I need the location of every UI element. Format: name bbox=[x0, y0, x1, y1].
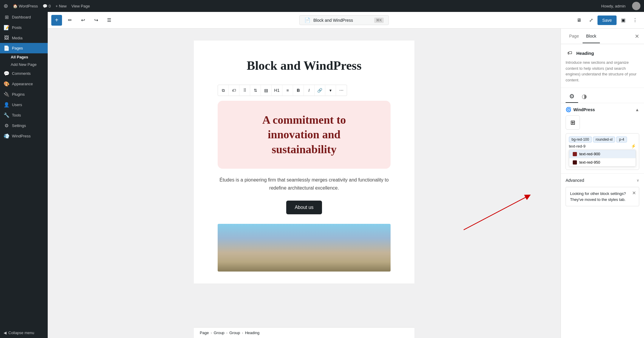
sidebar-label-dashboard: Dashboard bbox=[12, 15, 31, 19]
tab-block[interactable]: Block bbox=[583, 30, 600, 43]
suggestion-text-red-900[interactable]: text-red-900 bbox=[569, 150, 636, 158]
breadcrumb-arrow-2: › bbox=[226, 331, 227, 335]
breadcrumb-page[interactable]: Page bbox=[200, 331, 209, 335]
windpress-collapse-button[interactable]: ▲ bbox=[635, 107, 639, 112]
link-button[interactable]: 🔗 bbox=[315, 85, 325, 96]
list-icon: ☰ bbox=[107, 17, 111, 23]
align-button[interactable]: ▤ bbox=[261, 85, 272, 96]
copy-icon: ⧉ bbox=[222, 88, 225, 93]
sidebar-label-pages: Pages bbox=[12, 46, 23, 50]
sidebar-label-comments: Comments bbox=[12, 71, 31, 76]
color-swatch-950 bbox=[573, 160, 577, 165]
breadcrumb-group2[interactable]: Group bbox=[229, 331, 240, 335]
undo-button[interactable]: ↩ bbox=[78, 15, 88, 26]
page-title[interactable]: Block and WindPress bbox=[218, 58, 391, 73]
document-icon: 📄 bbox=[304, 17, 310, 23]
desktop-icon: 🖥 bbox=[577, 18, 581, 23]
styles-tab[interactable]: ◑ bbox=[578, 90, 590, 103]
sidebar-item-tools[interactable]: 🔧 Tools bbox=[0, 110, 48, 120]
advanced-header[interactable]: Advanced ∨ bbox=[561, 174, 644, 187]
link-icon: 🔗 bbox=[317, 88, 322, 93]
block-menu-button[interactable]: ⋯ bbox=[336, 85, 347, 96]
more-options-button[interactable]: ⋮ bbox=[630, 15, 640, 26]
list-view-button[interactable]: ☰ bbox=[104, 15, 114, 26]
more-block-options[interactable]: ▾ bbox=[325, 85, 336, 96]
sidebar: ⊞ Dashboard 📝 Posts 🖼 Media 📄 Pages All … bbox=[0, 12, 48, 338]
settings-tab[interactable]: ⚙ bbox=[566, 90, 578, 103]
sidebar-item-comments[interactable]: 💬 Comments bbox=[0, 68, 48, 79]
desktop-preview-button[interactable]: 🖥 bbox=[574, 15, 584, 26]
edit-mode-button[interactable]: ✏ bbox=[64, 15, 75, 26]
block-type-button[interactable]: 🏷 bbox=[229, 85, 239, 96]
sidebar-label-plugins: Plugins bbox=[12, 92, 25, 97]
breadcrumb-arrow-1: › bbox=[210, 331, 212, 335]
tab-page[interactable]: Page bbox=[566, 30, 583, 43]
sidebar-item-users[interactable]: 👤 Users bbox=[0, 100, 48, 110]
close-panel-button[interactable]: ✕ bbox=[635, 33, 639, 40]
heading-block[interactable]: A commitment to innovation and sustainab… bbox=[218, 101, 391, 169]
media-icon: 🖼 bbox=[4, 35, 10, 41]
copy-block-button[interactable]: ⧉ bbox=[218, 85, 229, 96]
sidebar-item-windpress[interactable]: 💨 WindPress bbox=[0, 131, 48, 141]
sidebar-item-plugins[interactable]: 🔌 Plugins bbox=[0, 89, 48, 100]
redo-button[interactable]: ↪ bbox=[91, 15, 101, 26]
heading-icon: 🏷 bbox=[232, 88, 236, 93]
sidebar-item-dashboard[interactable]: ⊞ Dashboard bbox=[0, 12, 48, 22]
posts-icon: 📝 bbox=[4, 25, 10, 30]
page-content-area: Block and WindPress ⧉ 🏷 ⠿ ⇅ bbox=[194, 41, 414, 283]
settings-panel-toggle[interactable]: ▣ bbox=[618, 15, 628, 26]
breadcrumb-group1[interactable]: Group bbox=[214, 331, 225, 335]
page-canvas: Block and WindPress ⧉ 🏷 ⠿ ⇅ bbox=[48, 29, 561, 338]
class-tag-bg-red[interactable]: bg-red-100 bbox=[569, 137, 592, 142]
sidebar-label-users: Users bbox=[12, 103, 22, 107]
class-text-input[interactable] bbox=[569, 144, 630, 148]
avatar bbox=[632, 2, 640, 10]
justify-button[interactable]: ≡ bbox=[282, 85, 293, 96]
bold-button[interactable]: B bbox=[293, 85, 304, 96]
add-block-button[interactable]: + bbox=[51, 15, 62, 26]
move-up-down-button[interactable]: ⇅ bbox=[250, 85, 261, 96]
class-tag-p4[interactable]: p-4 bbox=[616, 137, 627, 142]
sidebar-item-settings[interactable]: ⚙ Settings bbox=[0, 120, 48, 131]
comments-link[interactable]: 💬 0 bbox=[43, 4, 51, 8]
image-block bbox=[218, 224, 391, 272]
right-panel: Page Block ✕ 🏷 Heading Introduce new sec… bbox=[561, 29, 644, 338]
suggestions-dropdown: text-red-900 text-red-950 bbox=[569, 150, 636, 167]
sidebar-item-media[interactable]: 🖼 Media bbox=[0, 33, 48, 43]
advanced-chevron-icon: ∨ bbox=[637, 178, 639, 182]
collapse-menu-button[interactable]: ◀ Collapse menu bbox=[0, 328, 48, 338]
site-name[interactable]: 🏠 WordPress bbox=[13, 4, 38, 8]
sidebar-item-pages[interactable]: 📄 Pages bbox=[0, 43, 48, 53]
sidebar-label-posts: Posts bbox=[12, 25, 22, 30]
sidebar-item-appearance[interactable]: 🎨 Appearance bbox=[0, 79, 48, 89]
grid-icon: ⊞ bbox=[570, 119, 575, 126]
panel-header: Page Block ✕ bbox=[561, 29, 644, 44]
italic-button[interactable]: I bbox=[304, 85, 315, 96]
sidebar-subitem-all-pages[interactable]: All Pages bbox=[0, 53, 48, 61]
sidebar-subitem-add-new[interactable]: Add New Page bbox=[0, 61, 48, 68]
sidebar-item-posts[interactable]: 📝 Posts bbox=[0, 22, 48, 33]
suggestion-text-red-950[interactable]: text-red-950 bbox=[569, 158, 636, 166]
view-page-link[interactable]: View Page bbox=[72, 4, 90, 8]
class-tag-rounded[interactable]: rounded-xl bbox=[593, 137, 615, 142]
tools-icon: 🔧 bbox=[4, 112, 10, 118]
command-palette-button[interactable]: 📄 Block and WindPress ⌘K bbox=[299, 15, 389, 25]
plus-icon: + bbox=[55, 17, 58, 24]
h1-button[interactable]: H1 bbox=[272, 85, 282, 96]
tooltip-close-button[interactable]: ✕ bbox=[632, 190, 636, 197]
heading-text: A commitment to innovation and sustainab… bbox=[236, 113, 373, 157]
windpress-section: 🌀 WindPress ▲ ⊞ bg-red-100 bbox=[561, 103, 644, 173]
external-link-button[interactable]: ⤢ bbox=[586, 15, 596, 26]
body-paragraph: Études is a pioneering firm that seamles… bbox=[218, 176, 391, 192]
drag-handle[interactable]: ⠿ bbox=[239, 85, 250, 96]
save-button[interactable]: Save bbox=[597, 15, 617, 25]
wp-logo-icon[interactable]: ⊛ bbox=[4, 3, 8, 9]
class-input-area: bg-red-100 rounded-xl p-4 ⚡ text-re bbox=[566, 133, 639, 170]
about-us-button[interactable]: About us bbox=[286, 201, 322, 214]
sidebar-label-media: Media bbox=[12, 36, 22, 40]
breadcrumb-heading[interactable]: Heading bbox=[245, 331, 259, 335]
grid-layout-button[interactable]: ⊞ bbox=[566, 115, 580, 130]
new-content-button[interactable]: + New bbox=[55, 4, 66, 8]
windpress-title: 🌀 WindPress bbox=[566, 107, 595, 112]
windpress-header: 🌀 WindPress ▲ bbox=[566, 107, 639, 112]
